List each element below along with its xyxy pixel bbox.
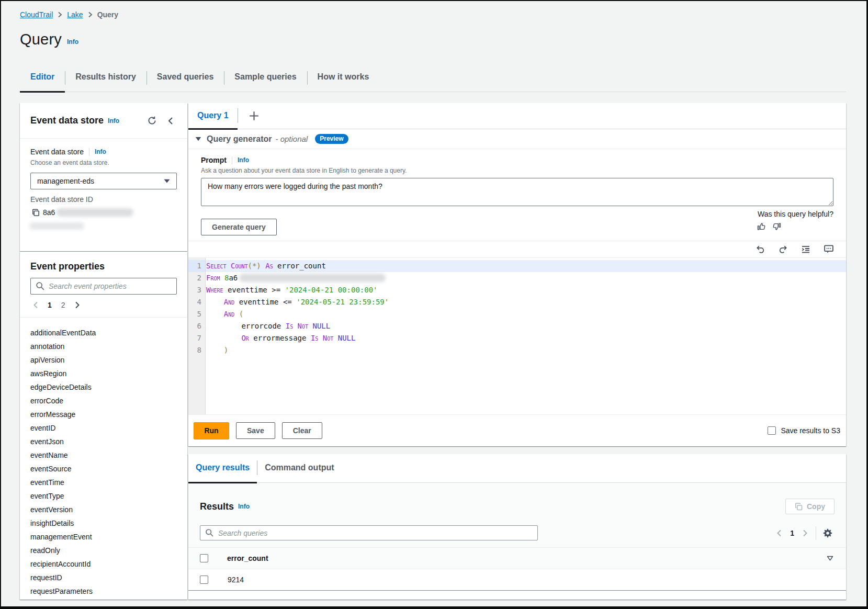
property-list-item[interactable]: eventTime bbox=[20, 476, 187, 489]
event-data-store-select[interactable]: management-eds bbox=[30, 173, 177, 189]
event-data-store-field-description: Choose an event data store. bbox=[30, 159, 177, 166]
tab-saved-queries[interactable]: Saved queries bbox=[146, 68, 224, 92]
property-list-item[interactable]: recipientAccountId bbox=[20, 557, 187, 571]
results-search-input[interactable] bbox=[200, 525, 538, 540]
pagination-page-2[interactable]: 2 bbox=[57, 301, 70, 309]
property-list-item[interactable]: edgeDeviceDetails bbox=[20, 380, 187, 394]
results-pagination-prev-icon[interactable] bbox=[773, 527, 785, 539]
prompt-textarea[interactable]: How many errors were logged during the p… bbox=[201, 178, 833, 206]
breadcrumb-chevron-icon bbox=[58, 12, 62, 18]
tab-query-1[interactable]: Query 1 bbox=[188, 103, 238, 129]
undo-icon[interactable] bbox=[756, 245, 765, 254]
property-list-item[interactable]: eventJson bbox=[20, 435, 187, 448]
property-list-item[interactable]: eventVersion bbox=[20, 503, 187, 516]
tab-query-results[interactable]: Query results bbox=[188, 454, 257, 482]
code-token bbox=[206, 310, 224, 318]
tab-command-output[interactable]: Command output bbox=[257, 454, 341, 482]
line-number: 7 bbox=[188, 332, 205, 344]
code-token: Where bbox=[206, 286, 223, 294]
line-number: 8 bbox=[188, 344, 205, 356]
property-list-item[interactable]: apiVersion bbox=[20, 353, 187, 367]
page-info-link[interactable]: Info bbox=[67, 38, 78, 46]
results-info-link[interactable]: Info bbox=[238, 503, 250, 510]
run-button[interactable]: Run bbox=[194, 422, 229, 439]
query-generator-header[interactable]: Query generator - optional Preview bbox=[188, 129, 846, 149]
breadcrumb: CloudTrail Lake Query bbox=[20, 10, 118, 19]
comment-icon[interactable] bbox=[824, 245, 833, 254]
thumbs-down-icon[interactable] bbox=[773, 222, 781, 231]
tab-results-history[interactable]: Results history bbox=[65, 68, 146, 92]
clear-button[interactable]: Clear bbox=[282, 422, 322, 439]
save-results-to-s3-checkbox[interactable] bbox=[768, 426, 776, 435]
property-list-item[interactable]: readOnly bbox=[20, 544, 187, 557]
preview-badge: Preview bbox=[315, 134, 348, 144]
property-list-item[interactable]: errorMessage bbox=[20, 408, 187, 421]
feedback-buttons bbox=[757, 222, 781, 231]
breadcrumb-query: Query bbox=[97, 10, 118, 19]
property-list-item[interactable]: annotation bbox=[20, 340, 187, 353]
code-line: ) bbox=[206, 344, 846, 356]
breadcrumb-lake[interactable]: Lake bbox=[67, 10, 83, 19]
code-token bbox=[261, 262, 265, 270]
save-button[interactable]: Save bbox=[236, 422, 275, 439]
thumbs-up-icon[interactable] bbox=[757, 222, 765, 231]
property-list-item[interactable]: requestID bbox=[20, 571, 187, 584]
property-list-item[interactable]: awsRegion bbox=[20, 367, 187, 380]
results-pagination-page-1[interactable]: 1 bbox=[785, 529, 799, 537]
property-list-item[interactable]: eventID bbox=[20, 421, 187, 435]
search-icon bbox=[205, 528, 213, 539]
query-editor-panel: Query 1 Query generator - optional Previ… bbox=[188, 103, 846, 446]
prompt-description: Ask a question about your event data sto… bbox=[201, 167, 833, 174]
pagination-page-1[interactable]: 1 bbox=[43, 301, 57, 309]
copy-id-icon[interactable] bbox=[30, 207, 41, 218]
property-list-item[interactable]: requestParameters bbox=[20, 584, 187, 598]
property-list-item[interactable]: errorCode bbox=[20, 394, 187, 408]
code-editor-gutter: 12345678 bbox=[188, 258, 206, 414]
event-properties-search-input[interactable] bbox=[30, 278, 177, 295]
refresh-icon[interactable] bbox=[145, 115, 158, 127]
pagination-prev-icon[interactable] bbox=[30, 300, 41, 310]
property-list-item[interactable]: eventType bbox=[20, 489, 187, 503]
tab-how-it-works[interactable]: How it works bbox=[307, 68, 380, 92]
generate-query-button[interactable]: Generate query bbox=[201, 219, 277, 235]
tab-sample-queries[interactable]: Sample queries bbox=[224, 68, 307, 92]
results-table-header: error_count bbox=[188, 547, 846, 569]
sql-code-editor[interactable]: 12345678 Select Count(*) As error_countF… bbox=[188, 258, 846, 414]
format-indent-icon[interactable] bbox=[801, 245, 810, 254]
property-list-item[interactable]: eventName bbox=[20, 448, 187, 462]
event-data-store-field-info-link[interactable]: Info bbox=[95, 148, 106, 155]
results-pagination-next-icon[interactable] bbox=[799, 527, 811, 539]
property-list-item[interactable]: insightDetails bbox=[20, 516, 187, 530]
event-data-store-info-link[interactable]: Info bbox=[108, 117, 119, 125]
event-properties-list: additionalEventDataannotationapiVersiona… bbox=[20, 318, 187, 598]
preferences-gear-icon[interactable] bbox=[823, 528, 832, 538]
code-token bbox=[206, 346, 224, 354]
code-editor-content[interactable]: Select Count(*) As error_countFrom 8a6Wh… bbox=[206, 258, 846, 414]
select-all-checkbox[interactable] bbox=[200, 554, 208, 562]
row-checkbox[interactable] bbox=[200, 576, 208, 584]
tab-editor[interactable]: Editor bbox=[20, 68, 65, 92]
code-token: ) bbox=[224, 346, 228, 354]
code-line: Where eventtime >= '2024-04-21 00:00:00' bbox=[206, 284, 846, 296]
query-tabs: Query 1 bbox=[188, 103, 846, 129]
copy-button[interactable]: Copy bbox=[785, 499, 835, 514]
line-number: 3 bbox=[188, 284, 205, 296]
column-filter-icon[interactable] bbox=[827, 556, 833, 561]
property-list-item[interactable]: eventSource bbox=[20, 462, 187, 476]
property-list-item[interactable]: managementEvent bbox=[20, 530, 187, 544]
breadcrumb-cloudtrail[interactable]: CloudTrail bbox=[20, 10, 53, 19]
property-list-item[interactable]: additionalEventData bbox=[20, 326, 187, 340]
column-header-error-count[interactable]: error_count bbox=[227, 554, 268, 562]
prompt-info-link[interactable]: Info bbox=[238, 156, 249, 164]
add-query-tab-button[interactable] bbox=[238, 103, 270, 129]
code-editor-toolbar bbox=[188, 241, 846, 258]
event-data-store-panel-title: Event data store bbox=[30, 115, 104, 126]
pagination-next-icon[interactable] bbox=[72, 300, 83, 310]
code-token bbox=[220, 274, 224, 282]
redo-icon[interactable] bbox=[779, 245, 787, 254]
event-data-store-panel-header: Event data store Info bbox=[20, 103, 187, 139]
results-pagination: 1 bbox=[773, 526, 832, 540]
results-table-row[interactable]: 9214 bbox=[188, 569, 846, 591]
error-count-value: 9214 bbox=[228, 576, 244, 584]
collapse-panel-icon[interactable] bbox=[164, 115, 177, 127]
